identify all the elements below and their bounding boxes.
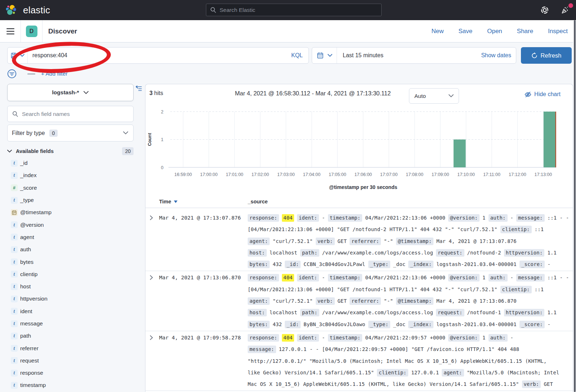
- svg-text:16:59:00: 16:59:00: [174, 172, 192, 177]
- svg-text:17:12:00: 17:12:00: [509, 172, 526, 177]
- query-language-button[interactable]: KQL: [291, 52, 303, 59]
- top-menu-share-button[interactable]: Share: [517, 28, 533, 35]
- filter-menu-button[interactable]: [7, 69, 17, 78]
- number-field-icon: #: [11, 184, 18, 191]
- field-item-referrer[interactable]: treferrer: [7, 342, 134, 354]
- source-field-value: ::1: [535, 226, 544, 232]
- field-item-path[interactable]: tpath: [7, 330, 134, 342]
- source-field-value: 1: [482, 335, 486, 341]
- field-item-message[interactable]: tmessage: [7, 317, 134, 330]
- expand-row-button[interactable]: [150, 215, 153, 220]
- source-field-value: 432: [273, 261, 282, 267]
- source-field-value: Mar 4, 2021 @ 17:13:07.876: [436, 238, 517, 244]
- svg-text:17:09:00: 17:09:00: [432, 172, 449, 177]
- breadcrumb[interactable]: D: [21, 20, 42, 42]
- saved-query-menu-button[interactable]: [8, 48, 28, 63]
- field-item-bytes[interactable]: tbytes: [7, 256, 134, 268]
- field-item-score[interactable]: #_score: [7, 182, 134, 194]
- field-item-request[interactable]: trequest: [7, 355, 134, 367]
- elastic-logo-icon: [6, 4, 17, 16]
- global-search-input[interactable]: Search Elastic: [206, 4, 382, 16]
- chevron-down-icon: [328, 54, 332, 57]
- index-pattern-selector[interactable]: logstash-*: [7, 84, 134, 101]
- source-field-key: verb:: [316, 297, 335, 305]
- field-item-id[interactable]: t_id: [7, 157, 134, 169]
- top-menu-open-button[interactable]: Open: [487, 28, 502, 35]
- chevron-right-icon: [150, 215, 153, 220]
- elastic-logo[interactable]: elastic: [6, 4, 50, 16]
- source-field-value: /notfound-2: [467, 250, 501, 256]
- available-fields-count-badge: 20: [122, 147, 134, 155]
- expand-row-button[interactable]: [150, 275, 153, 280]
- field-item-auth[interactable]: tauth: [7, 243, 134, 256]
- source-field-key: _score:: [519, 321, 545, 328]
- field-item-clientip[interactable]: tclientip: [7, 268, 134, 280]
- time-range-value[interactable]: Last 15 minutes: [343, 52, 481, 59]
- source-field-value: "-": [384, 238, 393, 244]
- field-item-version[interactable]: t@version: [7, 218, 134, 231]
- source-field-value: _doc: [393, 321, 405, 327]
- field-name: response: [20, 370, 43, 376]
- source-field-value: ::1 - -: [548, 215, 569, 221]
- field-item-httpversion[interactable]: thttpversion: [7, 293, 134, 305]
- source-field-key: _index:: [408, 261, 433, 268]
- column-header-source: _source: [248, 199, 268, 204]
- column-header-time[interactable]: Time: [159, 199, 177, 204]
- filter-dash: [27, 73, 35, 75]
- field-item-timestamp[interactable]: @timestamp: [7, 206, 134, 218]
- highlighted-value: 404: [282, 214, 294, 222]
- query-input[interactable]: response:404 KQL: [7, 47, 309, 64]
- source-field-value: /var/www/example.com/logs/access.log: [322, 250, 433, 256]
- top-menu-inspect-button[interactable]: Inspect: [548, 28, 568, 35]
- document-time: Mar 4, 2021 @ 17:09:58.278: [159, 332, 241, 343]
- page-scrollbar[interactable]: [573, 20, 576, 392]
- top-menu-save-button[interactable]: Save: [458, 28, 472, 35]
- show-dates-button[interactable]: Show dates: [481, 52, 511, 59]
- field-name: _id: [20, 160, 28, 166]
- string-field-icon: t: [11, 357, 18, 364]
- field-search-input[interactable]: Search field names: [7, 106, 134, 122]
- source-field-key: _score:: [519, 261, 545, 268]
- help-button[interactable]: [541, 6, 549, 14]
- available-fields-header[interactable]: Available fields 20: [7, 147, 134, 156]
- document-row: Mar 4, 2021 @ 17:09:58.278response:404id…: [145, 331, 573, 391]
- field-item-host[interactable]: thost: [7, 280, 134, 293]
- date-quick-select-button[interactable]: [312, 48, 337, 63]
- field-item-timestamp[interactable]: ttimestamp: [7, 379, 134, 391]
- document-source: response:404ident:-timestamp:04/Mar/2021…: [248, 212, 566, 270]
- field-item-index[interactable]: t_index: [7, 169, 134, 181]
- field-name: _index: [20, 172, 37, 179]
- hide-chart-label: Hide chart: [534, 91, 561, 98]
- query-text[interactable]: response:404: [32, 52, 291, 59]
- field-item-ident[interactable]: tident: [7, 305, 134, 317]
- source-field-value: ::1 - -: [548, 275, 569, 280]
- hide-chart-button[interactable]: Hide chart: [525, 91, 561, 98]
- field-name: auth: [20, 246, 31, 253]
- svg-text:1: 1: [161, 137, 163, 142]
- newsfeed-button[interactable]: [561, 6, 570, 14]
- histogram-chart[interactable]: 01216:59:0017:00:0017:01:0017:02:0017:03…: [145, 106, 573, 194]
- field-item-type[interactable]: t_type: [7, 194, 134, 206]
- field-item-response[interactable]: tresponse: [7, 367, 134, 379]
- source-field-value: 1: [482, 215, 486, 221]
- scrollbar-thumb[interactable]: [574, 20, 576, 392]
- filter-by-type-button[interactable]: Filter by type 0: [7, 125, 134, 141]
- source-field-value: GET: [338, 238, 347, 244]
- eye-closed-icon: [525, 91, 531, 98]
- field-item-agent[interactable]: tagent: [7, 231, 134, 243]
- svg-text:0: 0: [161, 165, 163, 170]
- main-menu-button[interactable]: [0, 20, 21, 42]
- source-field-value: 04/Mar/2021:22:09:57 +0000: [365, 335, 445, 341]
- refresh-button[interactable]: Refresh: [521, 47, 572, 64]
- collapse-sidebar-button[interactable]: [135, 86, 142, 91]
- document-row: Mar 4, 2021 @ 17:13:06.870response:404id…: [145, 271, 573, 331]
- source-field-value: 04/Mar/2021:22:13:06 +0000: [365, 215, 445, 221]
- source-field-value: ByBN_3cB04dGovJLOawo: [303, 321, 365, 327]
- interval-select[interactable]: Auto: [409, 88, 459, 104]
- expand-row-button[interactable]: [150, 335, 153, 340]
- add-filter-button[interactable]: + Add filter: [41, 71, 68, 77]
- source-field-key: timestamp:: [328, 334, 363, 342]
- document-table-body: Mar 4, 2021 @ 17:13:07.876response:404id…: [145, 208, 573, 391]
- top-menu-new-button[interactable]: New: [431, 28, 444, 35]
- source-field-value: "-": [384, 298, 393, 304]
